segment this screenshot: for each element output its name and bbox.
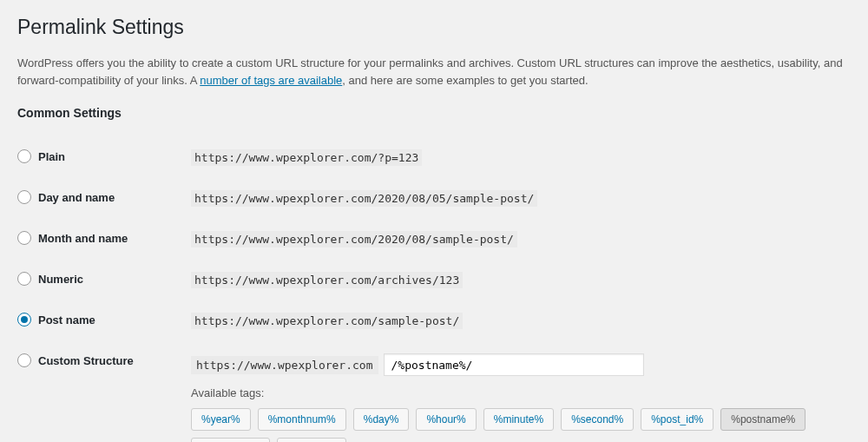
option-custom-radio[interactable] <box>17 353 31 367</box>
custom-structure-input[interactable] <box>384 353 644 376</box>
page-title: Permalink Settings <box>17 16 851 39</box>
tags-help-link[interactable]: number of tags are available <box>200 74 342 87</box>
option-post-name-row: Post name https://www.wpexplorer.com/sam… <box>17 300 851 341</box>
page-description: WordPress offers you the ability to crea… <box>17 55 851 89</box>
option-month-name-sample: https://www.wpexplorer.com/2020/08/sampl… <box>191 231 517 247</box>
permalink-options: Plain https://www.wpexplorer.com/?p=123 … <box>17 137 851 442</box>
section-heading: Common Settings <box>17 106 851 120</box>
option-numeric-row: Numeric https://www.wpexplorer.com/archi… <box>17 260 851 300</box>
option-day-name-label[interactable]: Day and name <box>38 191 115 204</box>
tag-postname-button[interactable]: %postname% <box>720 408 806 431</box>
tag-author-button[interactable]: %author% <box>277 438 345 442</box>
option-custom-label[interactable]: Custom Structure <box>38 354 134 367</box>
option-day-name-row: Day and name https://www.wpexplorer.com/… <box>17 178 851 219</box>
tag-category-button[interactable]: %category% <box>191 438 270 442</box>
tag-postid-button[interactable]: %post_id% <box>641 408 713 431</box>
option-plain-label[interactable]: Plain <box>38 150 65 163</box>
option-plain-sample: https://www.wpexplorer.com/?p=123 <box>191 149 422 166</box>
description-post: , and here are some examples to get you … <box>342 74 588 87</box>
tag-second-button[interactable]: %second% <box>561 408 634 431</box>
option-numeric-radio[interactable] <box>17 272 31 286</box>
option-month-name-radio[interactable] <box>17 231 31 245</box>
option-numeric-sample: https://www.wpexplorer.com/archives/123 <box>191 272 463 288</box>
option-post-name-radio[interactable] <box>17 313 31 327</box>
available-tags-label: Available tags: <box>191 386 851 399</box>
option-post-name-sample: https://www.wpexplorer.com/sample-post/ <box>191 313 463 329</box>
option-numeric-label[interactable]: Numeric <box>38 273 83 286</box>
option-day-name-radio[interactable] <box>17 190 31 204</box>
tag-hour-button[interactable]: %hour% <box>416 408 476 431</box>
option-month-name-row: Month and name https://www.wpexplorer.co… <box>17 219 851 260</box>
option-day-name-sample: https://www.wpexplorer.com/2020/08/05/sa… <box>191 190 537 207</box>
tag-day-button[interactable]: %day% <box>353 408 410 431</box>
tag-minute-button[interactable]: %minute% <box>483 408 554 431</box>
option-plain-row: Plain https://www.wpexplorer.com/?p=123 <box>17 137 851 178</box>
option-post-name-label[interactable]: Post name <box>38 313 95 327</box>
custom-url-prefix: https://www.wpexplorer.com <box>191 356 378 374</box>
tag-buttons: %year% %monthnum% %day% %hour% %minute% … <box>191 408 851 442</box>
tag-year-button[interactable]: %year% <box>191 408 251 431</box>
option-month-name-label[interactable]: Month and name <box>38 232 128 245</box>
option-custom-row: Custom Structure https://www.wpexplorer.… <box>17 341 851 442</box>
option-plain-radio[interactable] <box>17 149 31 163</box>
tag-monthnum-button[interactable]: %monthnum% <box>258 408 346 431</box>
